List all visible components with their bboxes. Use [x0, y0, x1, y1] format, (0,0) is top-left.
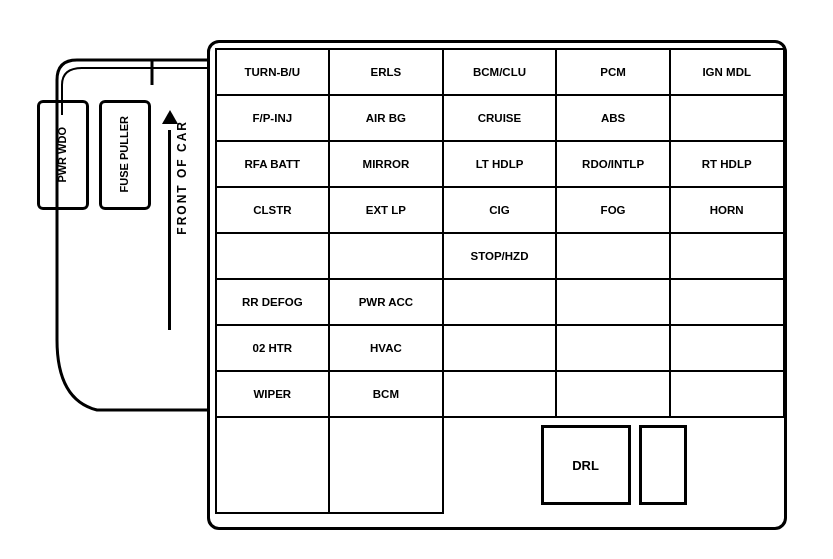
- table-row: STOP/HZD: [216, 233, 784, 279]
- cell-wiper: WIPER: [216, 371, 330, 417]
- cell-turn-bu: TURN-B/U: [216, 49, 330, 95]
- table-row: CLSTR EXT LP CIG FOG HORN: [216, 187, 784, 233]
- cell-abs: ABS: [556, 95, 670, 141]
- table-row: RFA BATT MIRROR LT HDLP RDO/INTLP RT HDL…: [216, 141, 784, 187]
- cell-bcm: BCM: [329, 371, 443, 417]
- cell-empty-r2c5: [670, 95, 784, 141]
- cell-empty-r8c5: [670, 371, 784, 417]
- small-box: [639, 425, 687, 505]
- cell-clstr: CLSTR: [216, 187, 330, 233]
- cell-mirror: MIRROR: [329, 141, 443, 187]
- table-row-bottom: DRL: [216, 417, 784, 513]
- drl-box: DRL: [541, 425, 631, 505]
- cell-rfa-batt: RFA BATT: [216, 141, 330, 187]
- cell-fog: FOG: [556, 187, 670, 233]
- cell-empty-r5c5: [670, 233, 784, 279]
- cell-empty-r7c4: [556, 325, 670, 371]
- cell-pcm: PCM: [556, 49, 670, 95]
- fuse-grid: TURN-B/U ERLS BCM/CLU PCM IGN MDL F/P-IN…: [215, 48, 785, 528]
- cell-rr-defog: RR DEFOG: [216, 279, 330, 325]
- front-of-car-label: FRONT OF CAR: [175, 120, 189, 235]
- fuse-table: TURN-B/U ERLS BCM/CLU PCM IGN MDL F/P-IN…: [215, 48, 785, 514]
- fuse-puller-box: FUSE PULLER: [99, 100, 151, 210]
- cell-hvac: HVAC: [329, 325, 443, 371]
- cell-pwr-acc: PWR ACC: [329, 279, 443, 325]
- cell-02-htr: 02 HTR: [216, 325, 330, 371]
- drl-container: DRL: [444, 419, 784, 511]
- cell-empty-r6c3: [443, 279, 557, 325]
- cell-ext-lp: EXT LP: [329, 187, 443, 233]
- cell-empty-r5c1: [216, 233, 330, 279]
- cell-empty-r6c4: [556, 279, 670, 325]
- table-row: RR DEFOG PWR ACC: [216, 279, 784, 325]
- cell-empty-r8c4: [556, 371, 670, 417]
- table-row: TURN-B/U ERLS BCM/CLU PCM IGN MDL: [216, 49, 784, 95]
- table-row: WIPER BCM: [216, 371, 784, 417]
- table-row: 02 HTR HVAC: [216, 325, 784, 371]
- cell-empty-r7c3: [443, 325, 557, 371]
- cell-rdo-intlp: RDO/INTLP: [556, 141, 670, 187]
- cell-empty-r8c3: [443, 371, 557, 417]
- pwr-wdo-label: PWR WDO: [56, 127, 68, 183]
- cell-air-bg: AIR BG: [329, 95, 443, 141]
- fuse-box-main: TURN-B/U ERLS BCM/CLU PCM IGN MDL F/P-IN…: [207, 40, 787, 530]
- cell-fp-inj: F/P-INJ: [216, 95, 330, 141]
- cell-bcm-clu: BCM/CLU: [443, 49, 557, 95]
- cell-empty-r5c2: [329, 233, 443, 279]
- cell-drl-area: DRL: [443, 417, 784, 513]
- drl-label: DRL: [572, 458, 599, 473]
- diagram-container: PWR WDO FUSE PULLER FRONT OF CAR TURN-B/…: [27, 20, 807, 540]
- table-row: F/P-INJ AIR BG CRUISE ABS: [216, 95, 784, 141]
- cell-cig: CIG: [443, 187, 557, 233]
- cell-rt-hdlp: RT HDLP: [670, 141, 784, 187]
- cell-erls: ERLS: [329, 49, 443, 95]
- cell-cruise: CRUISE: [443, 95, 557, 141]
- cell-empty-r5c4: [556, 233, 670, 279]
- cell-empty-r9c2: [329, 417, 443, 513]
- cell-empty-r9c1: [216, 417, 330, 513]
- fuse-puller-label: FUSE PULLER: [118, 116, 130, 192]
- cell-empty-r6c5: [670, 279, 784, 325]
- cell-stop-hzd: STOP/HZD: [443, 233, 557, 279]
- cell-lt-hdlp: LT HDLP: [443, 141, 557, 187]
- cell-empty-r7c5: [670, 325, 784, 371]
- cell-ign-mdl: IGN MDL: [670, 49, 784, 95]
- pwr-wdo-box: PWR WDO: [37, 100, 89, 210]
- cell-horn: HORN: [670, 187, 784, 233]
- arrow-line: [168, 130, 171, 330]
